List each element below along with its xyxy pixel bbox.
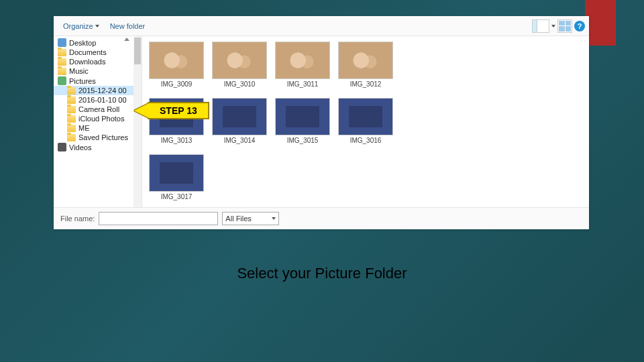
tree-item-label: Documents	[69, 48, 107, 56]
thumbnail-image	[275, 42, 330, 79]
thumbnails-view-button[interactable]	[557, 19, 572, 33]
tree-item-label: Music	[69, 67, 89, 75]
thumbnail-label: IMG_3016	[350, 137, 382, 144]
folder-tree: DesktopDocumentsDownloadsMusicPictures20…	[54, 36, 142, 207]
file-item[interactable]: IMG_3009	[146, 42, 207, 95]
folder-icon	[67, 106, 76, 113]
generic-icon	[58, 38, 66, 47]
file-item[interactable]: IMG_3017	[146, 154, 207, 207]
tree-item-music[interactable]: Music	[54, 66, 142, 76]
chevron-up-icon	[124, 38, 129, 41]
pics-icon	[58, 76, 66, 85]
slide-accent	[585, 0, 616, 46]
filename-label: File name:	[60, 215, 95, 223]
thumbnail-label: IMG_3010	[224, 80, 256, 88]
file-item[interactable]: IMG_3013	[146, 98, 207, 152]
view-mode-button[interactable]	[532, 19, 549, 33]
thumbnail-label: IMG_3013	[161, 137, 193, 144]
tree-item-label: Downloads	[69, 58, 105, 66]
thumbnail-image	[338, 42, 393, 79]
file-item[interactable]: IMG_3010	[209, 42, 270, 95]
tree-item-label: ME	[78, 124, 90, 132]
chevron-down-icon	[551, 25, 555, 27]
thumbnail-label: IMG_3017	[161, 193, 193, 200]
tree-item-camera-roll[interactable]: Camera Roll	[54, 105, 142, 114]
file-item[interactable]: IMG_3012	[335, 42, 396, 95]
thumbnail-label: IMG_3014	[224, 137, 256, 144]
tree-item-label: 2016-01-10 00	[78, 96, 127, 104]
file-open-dialog: Organize New folder ? DesktopDocumentsDo…	[54, 16, 589, 229]
folder-icon	[67, 115, 76, 123]
thumbnail-image	[338, 98, 393, 135]
thumbnail-label: IMG_3015	[287, 137, 319, 144]
tree-item-label: Camera Roll	[78, 105, 119, 113]
filename-input[interactable]	[99, 212, 218, 225]
thumbnail-label: IMG_3009	[161, 80, 193, 88]
thumbnail-label: IMG_3012	[350, 80, 382, 88]
tree-item-label: 2015-12-24 00	[78, 86, 127, 95]
thumbnail-label: IMG_3011	[287, 80, 319, 88]
tree-item-label: Desktop	[69, 39, 96, 47]
slide-caption: Select your Picture Folder	[0, 265, 644, 282]
thumbnail-image	[149, 154, 204, 192]
folder-icon	[67, 134, 76, 141]
new-folder-button[interactable]: New folder	[105, 21, 151, 32]
scrollbar[interactable]	[133, 36, 142, 207]
tree-item-label: iCloud Photos	[78, 115, 125, 123]
file-item[interactable]: IMG_3016	[335, 98, 396, 152]
chevron-down-icon	[272, 217, 276, 220]
scrollbar-thumb[interactable]	[134, 38, 141, 64]
folder-icon	[67, 87, 76, 95]
folder-icon	[58, 49, 66, 56]
file-item[interactable]: IMG_3014	[209, 98, 270, 152]
tree-item-2016-01-10-00[interactable]: 2016-01-10 00	[54, 95, 142, 105]
folder-icon	[58, 58, 66, 66]
tree-item-label: Pictures	[69, 77, 96, 85]
folder-icon	[58, 68, 66, 75]
folder-icon	[67, 97, 76, 104]
tree-item-me[interactable]: ME	[54, 123, 142, 133]
help-icon[interactable]: ?	[574, 21, 585, 32]
vids-icon	[58, 143, 66, 152]
organize-button[interactable]: Organize	[58, 21, 105, 32]
thumbnail-image	[212, 98, 267, 135]
tree-item-videos[interactable]: Videos	[54, 142, 142, 152]
tree-item-label: Videos	[69, 143, 91, 152]
thumbnail-image	[212, 42, 267, 79]
tree-item-label: Saved Pictures	[78, 133, 128, 141]
tree-item-icloud-photos[interactable]: iCloud Photos	[54, 114, 142, 123]
file-item[interactable]: IMG_3011	[272, 42, 333, 95]
tree-item-documents[interactable]: Documents	[54, 48, 142, 57]
chevron-down-icon	[95, 25, 99, 27]
dialog-toolbar: Organize New folder ?	[54, 16, 589, 36]
thumbnail-image	[149, 42, 204, 79]
file-item[interactable]: IMG_3015	[272, 98, 333, 152]
tree-item-saved-pictures[interactable]: Saved Pictures	[54, 133, 142, 142]
dialog-footer: File name: All Files	[54, 207, 589, 229]
tree-item-downloads[interactable]: Downloads	[54, 57, 142, 66]
thumbnail-image	[149, 98, 204, 135]
file-type-filter[interactable]: All Files	[222, 212, 279, 225]
tree-item-pictures[interactable]: Pictures	[54, 76, 142, 86]
tree-item-2015-12-24-00[interactable]: 2015-12-24 00	[54, 86, 142, 95]
folder-icon	[67, 125, 76, 132]
file-thumbnail-area: IMG_3009IMG_3010IMG_3011IMG_3012IMG_3013…	[142, 36, 589, 207]
thumbnail-image	[275, 98, 330, 135]
